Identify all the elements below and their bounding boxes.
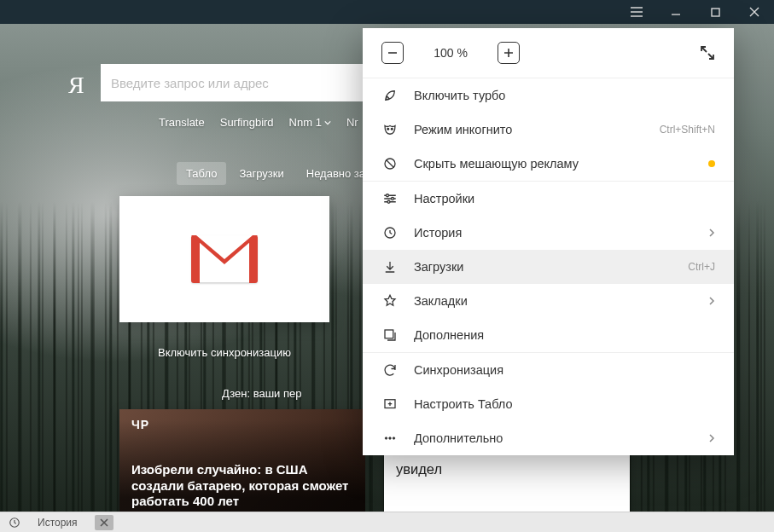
svg-point-12 bbox=[393, 437, 395, 440]
zen-heading: Дзен: ваши пер bbox=[222, 387, 301, 400]
clock-icon bbox=[381, 224, 399, 241]
layers-icon bbox=[381, 327, 399, 344]
svg-point-5 bbox=[392, 198, 394, 200]
menu-label: Загрузки bbox=[414, 260, 672, 274]
chevron-right-icon bbox=[708, 228, 715, 237]
zen-card-text: Изобрели случайно: в США создали батарею… bbox=[131, 462, 353, 510]
menu-item-more[interactable]: Дополнительно bbox=[363, 421, 734, 455]
add-tile-icon bbox=[381, 396, 399, 413]
quicklink-nnm1[interactable]: Nnm 1 bbox=[289, 116, 331, 129]
fullscreen-button[interactable] bbox=[700, 45, 715, 61]
svg-point-1 bbox=[387, 128, 389, 130]
tab-tablo[interactable]: Табло bbox=[177, 162, 226, 185]
zoom-percent: 100 % bbox=[429, 46, 472, 60]
status-close-button[interactable] bbox=[95, 515, 113, 530]
svg-point-11 bbox=[389, 437, 392, 440]
status-history-label: История bbox=[38, 517, 78, 529]
menu-label: История bbox=[414, 226, 693, 240]
menu-item-bookmarks[interactable]: Закладки bbox=[363, 284, 734, 318]
no-entry-icon bbox=[381, 155, 399, 172]
chevron-right-icon bbox=[708, 434, 715, 442]
chevron-right-icon bbox=[708, 297, 715, 305]
menu-item-incognito[interactable]: Режим инкогнито Ctrl+Shift+N bbox=[363, 113, 734, 147]
indicator-dot bbox=[708, 160, 715, 167]
menu-item-addons[interactable]: Дополнения bbox=[363, 318, 734, 352]
menu-item-settings[interactable]: Настройки bbox=[363, 182, 734, 216]
menu-label: Настройки bbox=[414, 192, 715, 205]
quicklinks-bar: Translate Surfingbird Nnm 1 Nr bbox=[159, 116, 358, 129]
menu-item-sync[interactable]: Синхронизация bbox=[363, 353, 734, 387]
sliders-icon bbox=[381, 190, 399, 207]
zoom-out-button[interactable] bbox=[381, 42, 404, 64]
svg-rect-8 bbox=[385, 330, 393, 338]
svg-point-4 bbox=[387, 194, 389, 197]
window-minimize-button[interactable] bbox=[656, 0, 695, 24]
menu-item-hide-ads[interactable]: Скрыть мешающую рекламу bbox=[363, 147, 734, 181]
menu-item-turbo[interactable]: Включить турбо bbox=[363, 78, 734, 113]
mask-icon bbox=[381, 121, 399, 138]
menu-item-history[interactable]: История bbox=[363, 216, 734, 250]
quicklink-translate[interactable]: Translate bbox=[159, 116, 205, 129]
download-icon bbox=[381, 258, 399, 275]
quicklink-nr[interactable]: Nr bbox=[346, 116, 358, 129]
status-history-chip[interactable]: История bbox=[32, 512, 83, 532]
main-menu-dropdown: 100 % Включить турбо Режим инкогнито Ctr… bbox=[363, 28, 734, 455]
rocket-icon bbox=[381, 87, 399, 104]
shortcut-label: Ctrl+J bbox=[688, 261, 715, 273]
hamburger-menu-button[interactable] bbox=[617, 0, 656, 24]
menu-item-configure-tablo[interactable]: Настроить Табло bbox=[363, 387, 734, 421]
zoom-row: 100 % bbox=[363, 28, 734, 78]
menu-item-downloads[interactable]: Загрузки Ctrl+J bbox=[363, 250, 734, 284]
clock-icon bbox=[9, 517, 20, 529]
menu-label: Включить турбо bbox=[414, 89, 715, 102]
tablo-tile-gmail[interactable] bbox=[119, 196, 329, 322]
status-bar: История bbox=[0, 512, 774, 532]
menu-label: Дополнения bbox=[414, 328, 715, 342]
window-close-button[interactable] bbox=[735, 0, 774, 24]
tab-downloads[interactable]: Загрузки bbox=[230, 162, 293, 185]
svg-point-6 bbox=[387, 200, 390, 203]
menu-label: Дополнительно bbox=[414, 431, 693, 445]
more-icon bbox=[381, 430, 399, 447]
svg-rect-0 bbox=[712, 9, 719, 16]
window-maximize-button[interactable] bbox=[695, 0, 735, 24]
window-titlebar bbox=[0, 0, 774, 24]
menu-label: Режим инкогнито bbox=[414, 123, 644, 136]
start-tabs: Табло Загрузки Недавно за bbox=[177, 162, 375, 185]
refresh-icon bbox=[381, 361, 399, 379]
gmail-icon bbox=[191, 235, 258, 283]
menu-label: Закладки bbox=[414, 294, 693, 308]
star-icon bbox=[381, 292, 399, 309]
menu-label: Настроить Табло bbox=[414, 397, 715, 411]
svg-point-10 bbox=[385, 437, 387, 440]
zen-card-1[interactable]: ЧР Изобрели случайно: в США создали бата… bbox=[119, 409, 365, 520]
menu-label: Синхронизация bbox=[414, 363, 715, 377]
yandex-logo[interactable]: Я bbox=[68, 72, 84, 99]
menu-label: Скрыть мешающую рекламу bbox=[414, 157, 686, 171]
zen-card-brand: ЧР bbox=[131, 418, 149, 431]
tile-sync-caption[interactable]: Включить синхронизацию bbox=[119, 346, 329, 359]
quicklink-surfingbird[interactable]: Surfingbird bbox=[220, 116, 274, 129]
shortcut-label: Ctrl+Shift+N bbox=[660, 124, 715, 136]
zoom-in-button[interactable] bbox=[498, 42, 520, 64]
svg-point-2 bbox=[391, 128, 393, 130]
